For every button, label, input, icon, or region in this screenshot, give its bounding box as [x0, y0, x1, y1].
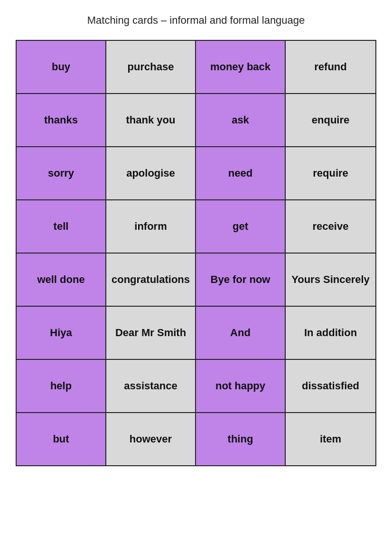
grid-row: HiyaDear Mr SmithAndIn addition: [17, 307, 375, 360]
grid-cell: In addition: [286, 307, 375, 359]
grid-cell: Hiya: [17, 307, 106, 359]
grid-cell: refund: [286, 41, 375, 93]
grid-cell: well done: [17, 254, 106, 306]
grid-cell: thank you: [106, 94, 196, 146]
grid-cell: Bye for now: [196, 254, 286, 306]
grid-cell: ask: [196, 94, 286, 146]
grid-cell: need: [196, 147, 286, 199]
grid-cell: enquire: [286, 94, 375, 146]
grid-cell: not happy: [196, 360, 286, 412]
grid-row: well donecongratulationsBye for nowYours…: [17, 254, 375, 307]
grid-cell: help: [17, 360, 106, 412]
grid-cell: buy: [17, 41, 106, 93]
grid-cell: money back: [196, 41, 286, 93]
grid-row: buypurchasemoney backrefund: [17, 41, 375, 94]
grid-cell: apologise: [106, 147, 196, 199]
grid-table: buypurchasemoney backrefundthanksthank y…: [16, 40, 376, 466]
grid-row: sorryapologiseneedrequire: [17, 147, 375, 200]
grid-cell: sorry: [17, 147, 106, 199]
matching-grid: buypurchasemoney backrefundthanksthank y…: [16, 40, 376, 466]
grid-cell: get: [196, 200, 286, 253]
grid-cell: tell: [17, 200, 106, 253]
grid-cell: inform: [106, 200, 196, 253]
grid-cell: however: [106, 413, 196, 465]
grid-cell: require: [286, 147, 375, 199]
grid-cell: receive: [286, 200, 375, 253]
grid-cell: Dear Mr Smith: [106, 307, 196, 359]
grid-cell: And: [196, 307, 286, 359]
grid-cell: Yours Sincerely: [286, 254, 375, 306]
grid-cell: but: [17, 413, 106, 465]
grid-cell: assistance: [106, 360, 196, 412]
grid-row: thanksthank youaskenquire: [17, 94, 375, 147]
grid-cell: item: [286, 413, 375, 465]
grid-row: helpassistancenot happydissatisfied: [17, 360, 375, 413]
page-title: Matching cards – informal and formal lan…: [87, 14, 305, 27]
grid-cell: purchase: [106, 41, 196, 93]
grid-cell: congratulations: [106, 254, 196, 306]
grid-cell: thing: [196, 413, 286, 465]
grid-cell: thanks: [17, 94, 106, 146]
grid-row: buthoweverthingitem: [17, 413, 375, 465]
grid-cell: dissatisfied: [286, 360, 375, 412]
grid-row: tellinformgetreceive: [17, 200, 375, 254]
